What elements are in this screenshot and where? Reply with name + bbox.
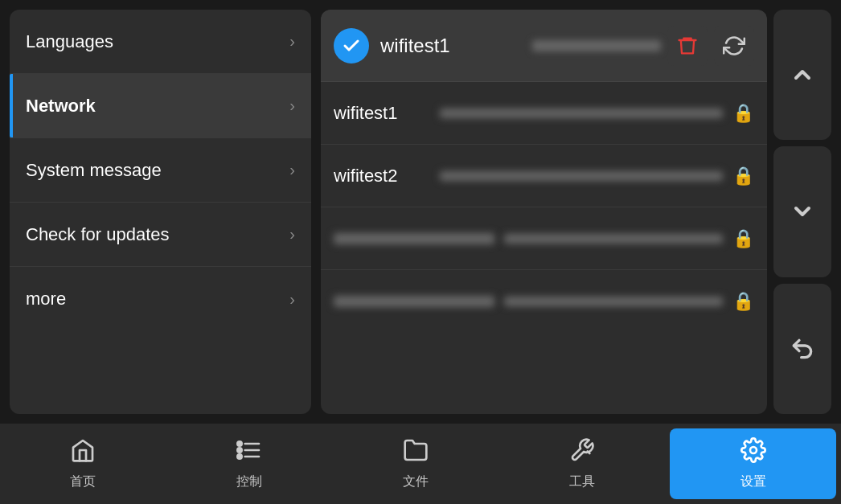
wifi-list: wifitest1 🔒 wifitest2 🔒 🔒	[321, 82, 767, 414]
wifi-password-blur	[504, 234, 723, 244]
nav-label-control: 控制	[236, 473, 262, 490]
wifi-list-item[interactable]: wifitest1 🔒	[321, 82, 767, 145]
sidebar-item-system-message[interactable]: System message ›	[10, 138, 311, 203]
lock-icon: 🔒	[732, 103, 754, 124]
nav-label-settings: 设置	[740, 473, 766, 490]
sidebar: Languages › Network › System message › C…	[10, 10, 311, 414]
wifi-list-item[interactable]: wifitest2 🔒	[321, 145, 767, 207]
lock-icon: 🔒	[732, 291, 754, 312]
svg-point-7	[750, 447, 757, 453]
wifi-name-blur	[334, 233, 494, 244]
nav-item-control[interactable]: 控制	[166, 424, 333, 504]
sidebar-item-label: Network	[26, 96, 96, 117]
wifi-check-icon	[334, 28, 369, 64]
nav-item-files[interactable]: 文件	[333, 424, 499, 504]
nav-item-tools[interactable]: 工具	[498, 424, 665, 504]
nav-item-home[interactable]: 首页	[0, 424, 166, 504]
wifi-connected-password-blur	[532, 40, 661, 51]
nav-label-files: 文件	[403, 473, 429, 490]
lock-icon: 🔒	[732, 228, 754, 249]
wifi-list-item[interactable]: 🔒	[321, 207, 767, 270]
sidebar-item-languages[interactable]: Languages ›	[10, 10, 311, 74]
wifi-password-blur	[440, 109, 723, 118]
sidebar-item-label: Languages	[26, 31, 113, 52]
svg-point-4	[238, 448, 242, 452]
chevron-right-icon: ›	[289, 161, 295, 179]
wifi-name-blur	[334, 296, 494, 307]
delete-wifi-button[interactable]	[667, 26, 708, 66]
sidebar-item-more[interactable]: more ›	[10, 267, 311, 331]
sidebar-item-label: System message	[26, 160, 162, 181]
chevron-right-icon: ›	[289, 32, 295, 51]
sidebar-item-label: more	[26, 289, 66, 309]
right-panel: wifitest1	[321, 10, 831, 414]
svg-point-5	[238, 454, 242, 458]
nav-label-tools: 工具	[569, 473, 595, 490]
gear-icon	[740, 437, 766, 469]
svg-point-3	[238, 441, 242, 445]
wifi-name: wifitest2	[334, 166, 430, 186]
control-icon	[236, 437, 262, 469]
nav-label-home: 首页	[70, 473, 96, 490]
folder-icon	[403, 437, 429, 469]
svg-line-6	[587, 451, 589, 453]
back-button[interactable]	[773, 284, 831, 414]
sidebar-item-label: Check for updates	[26, 224, 170, 245]
scroll-up-button[interactable]	[773, 10, 831, 140]
nav-item-settings[interactable]: 设置	[670, 428, 836, 499]
sidebar-item-check-for-updates[interactable]: Check for updates ›	[10, 203, 311, 267]
wifi-connected-row: wifitest1	[321, 10, 767, 82]
chevron-right-icon: ›	[289, 290, 295, 309]
tools-icon	[569, 437, 595, 469]
wifi-password-blur	[504, 297, 723, 306]
home-icon	[70, 437, 96, 469]
bottom-nav: 首页 控制 文件	[0, 424, 841, 504]
side-buttons	[773, 10, 831, 414]
refresh-wifi-button[interactable]	[714, 26, 754, 66]
wifi-connected-name: wifitest1	[380, 35, 524, 57]
wifi-list-container: wifitest1	[321, 10, 767, 414]
wifi-name: wifitest1	[334, 103, 430, 124]
lock-icon: 🔒	[732, 166, 754, 186]
wifi-password-blur	[440, 171, 723, 181]
wifi-list-item[interactable]: 🔒	[321, 270, 767, 333]
chevron-right-icon: ›	[289, 96, 295, 115]
sidebar-item-network[interactable]: Network ›	[10, 74, 311, 138]
chevron-right-icon: ›	[289, 225, 295, 244]
scroll-down-button[interactable]	[773, 146, 831, 277]
